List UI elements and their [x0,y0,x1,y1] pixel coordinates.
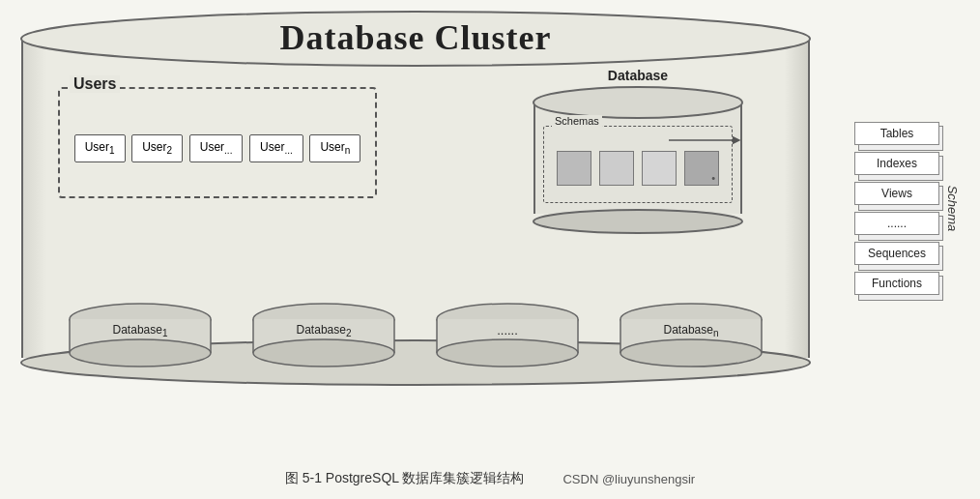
views-stack: Views [854,182,939,205]
full-diagram: Database Cluster Users User1 User2 User.… [0,0,980,464]
user-item-1: User1 [74,134,126,161]
caption-figure: 图 5-1 PostgreSQL 数据库集簇逻辑结构 [285,470,525,487]
diagram-container: Database Cluster Users User1 User2 User.… [0,0,980,499]
views-card: Views [854,182,939,205]
users-items: User1 User2 User... User... Usern [60,89,375,196]
user-item-4: User... [249,134,303,161]
indexes-stack: Indexes [854,152,939,175]
small-cyl-bottom [532,208,744,235]
tables-stack: Tables [854,122,939,145]
db-dots-label: ...... [435,323,580,338]
schema-block-4: • [684,151,719,186]
db2: Database2 [251,302,396,369]
schema-block-2 [599,151,634,186]
db2-label: Database2 [251,323,396,338]
users-box: Users User1 User2 User... User... Usern [58,87,377,198]
users-label: Users [70,75,120,93]
schema-cards-column: Tables Indexes Views [854,122,943,295]
schema-block-1 [557,151,591,186]
user-item-2: User2 [131,134,183,161]
ellipsis-card: ...... [854,212,939,235]
svg-point-2 [533,87,742,118]
user-item-5: Usern [309,134,360,161]
user-item-3: User... [189,134,244,161]
caption-credit: CSDN @liuyunshengsir [562,472,695,486]
svg-point-23 [620,339,762,367]
caption: 图 5-1 PostgreSQL 数据库集簇逻辑结构 CSDN @liuyuns… [285,470,695,487]
dbn-label: Databasen [619,323,764,338]
svg-point-3 [533,210,742,233]
functions-stack: Functions [854,272,939,295]
schema-vertical-label: Schema [946,185,961,231]
db-dots: ...... [435,302,580,369]
database-cylinder-wrap: Database [532,68,744,235]
sequences-stack: Sequences [854,242,939,265]
svg-point-13 [253,339,394,367]
functions-card: Functions [854,272,939,295]
db1: Database1 [68,302,213,369]
schema-arrow [669,131,746,150]
svg-point-18 [437,339,578,367]
db1-label: Database1 [68,323,213,338]
schema-right-panel: Tables Indexes Views [854,34,968,382]
schema-block-3 [642,151,677,186]
schema-label-wrap: Schema [943,34,963,382]
svg-point-8 [70,339,211,367]
indexes-card: Indexes [854,152,939,175]
tables-card: Tables [854,122,939,145]
cluster-title: Database Cluster [19,17,812,58]
sequences-card: Sequences [854,242,939,265]
database-label: Database [532,68,744,83]
bottom-databases: Database1 Database2 [19,302,812,369]
cluster-cylinder: Database Cluster Users User1 User2 User.… [19,10,812,387]
database-cylinder: Schemas • [532,85,744,235]
ellipsis-stack: ...... [854,212,939,235]
dbn: Databasen [619,302,764,369]
schemas-label: Schemas [552,115,602,127]
